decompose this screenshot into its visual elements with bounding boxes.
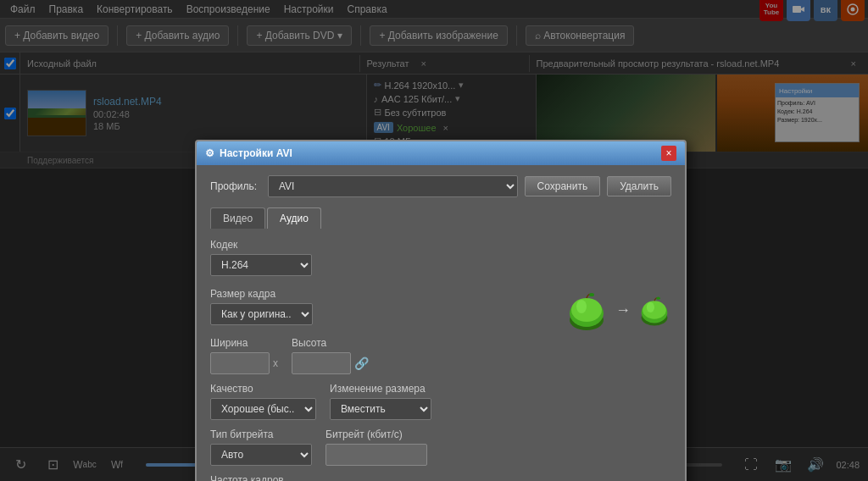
- bitrate-row: Тип битрейта Авто Битрейт (кбит/с): [210, 428, 534, 466]
- profile-label: Профиль:: [210, 180, 261, 192]
- frame-size-section: Размер кадра Как у оригина..: [210, 288, 534, 325]
- x-separator: x: [273, 357, 278, 369]
- delete-profile-button[interactable]: Удалить: [607, 176, 671, 196]
- tab-row: Видео Аудио: [210, 207, 671, 229]
- frame-size-select[interactable]: Как у оригина..: [210, 303, 313, 325]
- resize-select[interactable]: Вместить: [330, 398, 431, 420]
- width-input-row: x: [210, 352, 278, 374]
- profile-select[interactable]: AVI: [268, 175, 518, 197]
- dialog-title-text: Настройки AVI: [220, 147, 292, 159]
- width-input[interactable]: [210, 352, 270, 374]
- profile-row: Профиль: AVI Сохранить Удалить: [210, 175, 671, 197]
- tab-audio[interactable]: Аудио: [267, 207, 321, 229]
- quality-resize-row: Качество Хорошее (быс.. Изменение размер…: [210, 383, 534, 420]
- width-col: Ширина x: [210, 337, 278, 374]
- height-input-row: 🔗: [292, 352, 369, 374]
- wh-row: Ширина x Высота 🔗: [210, 337, 534, 374]
- frame-size-label: Размер кадра: [210, 288, 534, 300]
- dialog-titlebar: ⚙ Настройки AVI ×: [197, 141, 685, 165]
- codec-section: Кодек H.264: [210, 239, 671, 276]
- height-col: Высота 🔗: [292, 337, 369, 374]
- codec-select[interactable]: H.264: [210, 254, 312, 276]
- apple-after-icon: [637, 293, 671, 327]
- bitrate-input[interactable]: [326, 444, 427, 466]
- save-profile-button[interactable]: Сохранить: [525, 176, 601, 196]
- fps-section: Частота кадров Авто: [210, 474, 534, 481]
- width-label: Ширина: [210, 337, 278, 349]
- quality-select[interactable]: Хорошее (быс..: [210, 398, 316, 420]
- frame-size-inputs-row: Как у оригина..: [210, 303, 534, 325]
- quality-label: Качество: [210, 383, 316, 395]
- avi-settings-dialog: ⚙ Настройки AVI × Профиль: AVI Сохранить…: [195, 140, 687, 481]
- resize-label: Изменение размера: [330, 383, 431, 395]
- bitrate-type-select[interactable]: Авто: [210, 444, 312, 466]
- frame-size-col: Размер кадра Как у оригина.. Ширина x: [210, 288, 534, 481]
- arrow-right-icon: →: [615, 301, 631, 319]
- height-label: Высота: [292, 337, 369, 349]
- svg-point-8: [589, 293, 594, 296]
- bitrate-type-label: Тип битрейта: [210, 428, 312, 440]
- aspect-ratio-lock-icon[interactable]: 🔗: [354, 357, 369, 370]
- svg-point-11: [643, 301, 666, 319]
- tab-video[interactable]: Видео: [210, 207, 265, 229]
- svg-point-7: [576, 300, 587, 313]
- dialog-title-icon: ⚙: [205, 147, 214, 159]
- frame-size-row: Размер кадра Как у оригина.. Ширина x: [210, 288, 671, 481]
- codec-label: Кодек: [210, 239, 671, 251]
- svg-point-6: [571, 298, 602, 322]
- bitrate-label: Битрейт (кбит/с): [326, 428, 427, 440]
- height-input[interactable]: [292, 352, 351, 374]
- svg-point-12: [647, 302, 654, 312]
- bitrate-col: Битрейт (кбит/с): [326, 428, 427, 466]
- dialog-body: Профиль: AVI Сохранить Удалить Видео Ауд…: [197, 165, 685, 481]
- fps-label: Частота кадров: [210, 474, 534, 481]
- dialog-close-button[interactable]: ×: [661, 146, 676, 161]
- apple-before-icon: [565, 288, 609, 332]
- svg-point-13: [656, 297, 660, 300]
- resize-col: Изменение размера Вместить: [330, 383, 431, 420]
- quality-col: Качество Хорошее (быс..: [210, 383, 316, 420]
- bitrate-type-col: Тип битрейта Авто: [210, 428, 312, 466]
- dialog-title: ⚙ Настройки AVI: [205, 147, 292, 159]
- apple-preview-icons: →: [565, 288, 671, 332]
